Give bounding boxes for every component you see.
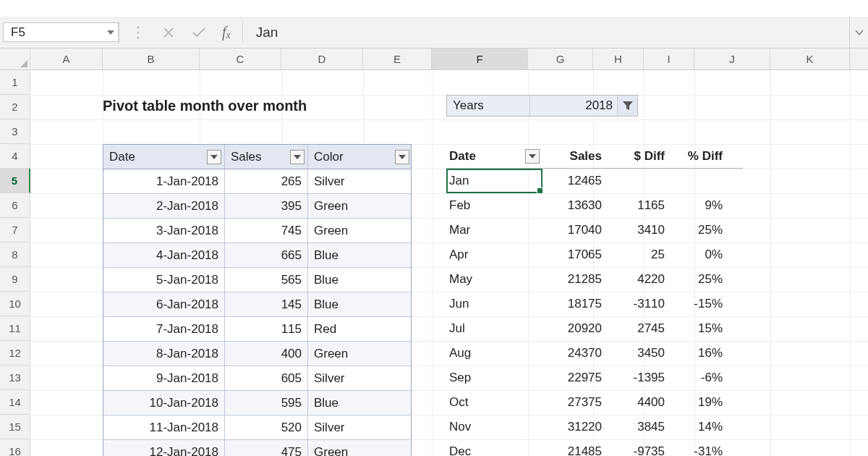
pivot-month[interactable]: Mar [446,218,542,242]
col-header-G[interactable]: G [528,48,593,69]
pivot-diff[interactable]: -1395 [608,366,671,390]
pivot-sales[interactable]: 24370 [542,341,608,366]
cell-color[interactable]: Silver [308,415,412,439]
pivot-row[interactable]: Feb1363011659% [446,193,743,218]
pivot-pdiff[interactable]: 16% [671,341,728,366]
pivot-month[interactable]: Sep [446,366,542,390]
filter-dropdown-icon[interactable] [207,150,221,164]
col-header-C[interactable]: C [200,48,281,69]
pivot-month[interactable]: Aug [446,341,542,366]
cell-date[interactable]: 3-Jan-2018 [103,219,225,242]
row-header-7[interactable]: 7 [0,218,30,242]
cell-sales[interactable]: 595 [225,391,308,415]
cell-date[interactable]: 8-Jan-2018 [103,342,225,366]
cell-sales[interactable]: 265 [225,169,308,193]
formula-bar-expand-icon[interactable] [849,17,868,48]
cell-color[interactable]: Blue [308,243,412,267]
formula-input[interactable]: Jan [243,17,849,48]
row-header-11[interactable]: 11 [0,316,30,341]
cell-color[interactable]: Green [308,440,412,456]
row-header-14[interactable]: 14 [0,390,30,415]
row-header-1[interactable]: 1 [0,70,30,95]
cell-sales[interactable]: 745 [225,219,308,242]
table-row[interactable]: 1-Jan-2018265Silver [103,169,411,194]
pivot-pdiff[interactable]: 25% [671,218,728,242]
cell-sales[interactable]: 665 [225,243,308,267]
cell-sales[interactable]: 475 [225,440,308,456]
table-row[interactable]: 10-Jan-2018595Blue [103,391,411,415]
row-header-4[interactable]: 4 [0,144,30,169]
table-row[interactable]: 6-Jan-2018145Blue [103,292,411,317]
table-row[interactable]: 2-Jan-2018395Green [103,194,411,219]
cell-date[interactable]: 2-Jan-2018 [103,194,225,218]
pivot-month[interactable]: May [446,267,542,292]
pivot-row[interactable]: Nov31220384514% [446,415,743,439]
row-header-10[interactable]: 10 [0,292,30,316]
pivot-diff[interactable]: 4220 [608,267,671,292]
pivot-sales[interactable]: 12465 [542,169,608,193]
pivot-sales[interactable]: 18175 [542,292,608,316]
cell-date[interactable]: 10-Jan-2018 [103,391,225,415]
cell-sales[interactable]: 520 [225,415,308,439]
table-row[interactable]: 9-Jan-2018605Silver [103,366,411,391]
fx-icon[interactable]: fx [222,24,231,41]
row-header-6[interactable]: 6 [0,193,30,218]
worksheet-cells[interactable]: Pivot table month over month Years 2018 … [30,70,868,456]
col-header-I[interactable]: I [644,48,694,69]
pivot-month[interactable]: Apr [446,242,542,267]
pivot-row[interactable]: May21285422025% [446,267,743,292]
cell-sales[interactable]: 605 [225,366,308,390]
col-header-K[interactable]: K [770,48,850,69]
pivot-month[interactable]: Oct [446,390,542,415]
cell-color[interactable]: Red [308,317,412,341]
table-row[interactable]: 8-Jan-2018400Green [103,342,411,366]
table-row[interactable]: 3-Jan-2018745Green [103,219,411,243]
pivot-pdiff[interactable]: 9% [671,193,728,218]
pivot-sales[interactable]: 31220 [542,415,608,439]
cell-color[interactable]: Silver [308,169,412,193]
pivot-row[interactable]: Sep22975-1395-6% [446,366,743,390]
pivot-diff[interactable]: 3410 [608,218,671,242]
select-all-corner[interactable] [0,48,30,69]
col-header-A[interactable]: A [30,48,103,69]
pivot-month[interactable]: Feb [446,193,542,218]
cell-color[interactable]: Green [308,342,412,366]
pivot-row[interactable]: Jan12465 [446,169,743,193]
filter-dropdown-icon[interactable] [395,150,409,164]
pivot-sales[interactable]: 13630 [542,193,608,218]
pivot-diff[interactable]: 3450 [608,341,671,366]
pivot-pdiff[interactable]: -15% [671,292,728,316]
pivot-pdiff[interactable] [671,169,728,193]
cell-color[interactable]: Green [308,194,412,218]
cell-sales[interactable]: 145 [225,292,308,316]
pivot-month[interactable]: Jan [446,169,542,193]
table-row[interactable]: 11-Jan-2018520Silver [103,415,411,440]
pivot-row[interactable]: Dec21485-9735-31% [446,439,743,456]
data-table[interactable]: Date Sales Color [103,144,412,456]
pivot-sales[interactable]: 17040 [542,218,608,242]
row-header-15[interactable]: 15 [0,415,30,439]
table-row[interactable]: 7-Jan-2018115Red [103,317,411,342]
cell-date[interactable]: 12-Jan-2018 [103,440,225,456]
cell-date[interactable]: 4-Jan-2018 [103,243,225,267]
pivot-row[interactable]: Apr17065250% [446,242,743,267]
row-header-9[interactable]: 9 [0,267,30,292]
row-header-16[interactable]: 16 [0,439,30,456]
cell-color[interactable]: Blue [308,292,412,316]
pivot-sales[interactable]: 22975 [542,366,608,390]
pivot-diff[interactable]: 1165 [608,193,671,218]
cell-date[interactable]: 9-Jan-2018 [103,366,225,390]
pivot-row[interactable]: Oct27375440019% [446,390,743,415]
cell-color[interactable]: Silver [308,366,412,390]
col-header-J[interactable]: J [694,48,770,69]
pivot-month[interactable]: Jun [446,292,542,316]
pivot-diff[interactable]: 25 [608,242,671,267]
row-header-5[interactable]: 5 [0,169,30,193]
pivot-month[interactable]: Jul [446,316,542,341]
col-header-B[interactable]: B [103,48,200,69]
cell-date[interactable]: 11-Jan-2018 [103,415,225,439]
name-box[interactable]: F5 [3,22,119,42]
cell-date[interactable]: 1-Jan-2018 [103,169,225,193]
filter-dropdown-icon[interactable] [290,150,305,164]
pivot-month[interactable]: Dec [446,439,542,456]
